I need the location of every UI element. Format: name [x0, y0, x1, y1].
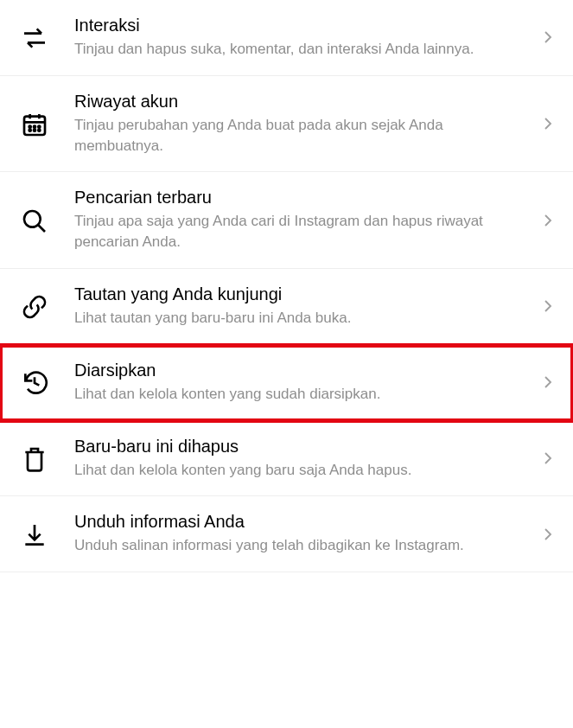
item-title: Interaksi [74, 16, 530, 35]
text-block: Riwayat akun Tinjau perubahan yang Anda … [74, 92, 530, 156]
history-icon [17, 367, 52, 397]
svg-point-4 [29, 130, 31, 131]
chevron-right-icon [540, 29, 556, 45]
chevron-right-icon [540, 450, 556, 466]
svg-point-2 [34, 126, 35, 128]
svg-point-5 [34, 130, 35, 131]
item-subtitle: Unduh salinan informasi yang telah dibag… [74, 535, 530, 556]
svg-point-6 [38, 130, 40, 131]
svg-point-7 [24, 211, 41, 227]
text-block: Interaksi Tinjau dan hapus suka, komenta… [74, 16, 530, 60]
chevron-right-icon [540, 527, 556, 542]
item-title: Diarsipkan [74, 361, 530, 380]
search-icon [17, 206, 52, 235]
arrows-swap-icon [17, 22, 52, 52]
list-item-riwayat-akun[interactable]: Riwayat akun Tinjau perubahan yang Anda … [0, 76, 573, 173]
text-block: Baru-baru ini dihapus Lihat dan kelola k… [74, 437, 530, 481]
settings-list: Interaksi Tinjau dan hapus suka, komenta… [0, 0, 573, 572]
item-title: Tautan yang Anda kunjungi [74, 284, 530, 304]
item-subtitle: Tinjau apa saja yang Anda cari di Instag… [74, 211, 530, 252]
chevron-right-icon [540, 116, 556, 131]
svg-point-3 [38, 126, 40, 128]
list-item-diarsipkan[interactable]: Diarsipkan Lihat dan kelola konten yang … [0, 345, 573, 421]
list-item-pencarian-terbaru[interactable]: Pencarian terbaru Tinjau apa saja yang A… [0, 172, 573, 269]
item-subtitle: Lihat dan kelola konten yang sudah diars… [74, 384, 530, 405]
text-block: Tautan yang Anda kunjungi Lihat tautan y… [74, 284, 530, 329]
download-icon [17, 520, 52, 549]
chevron-right-icon [540, 374, 556, 390]
svg-point-1 [29, 126, 31, 128]
item-title: Riwayat akun [74, 92, 530, 112]
item-title: Baru-baru ini dihapus [74, 437, 530, 457]
text-block: Pencarian terbaru Tinjau apa saja yang A… [74, 188, 530, 252]
text-block: Unduh informasi Anda Unduh salinan infor… [74, 512, 530, 556]
chevron-right-icon [540, 213, 556, 228]
list-item-tautan[interactable]: Tautan yang Anda kunjungi Lihat tautan y… [0, 269, 573, 345]
item-subtitle: Lihat tautan yang baru-baru ini Anda buk… [74, 308, 530, 329]
item-title: Pencarian terbaru [74, 188, 530, 208]
chevron-right-icon [540, 298, 556, 314]
calendar-icon [17, 109, 52, 138]
list-item-unduh[interactable]: Unduh informasi Anda Unduh salinan infor… [0, 496, 573, 572]
item-subtitle: Tinjau dan hapus suka, komentar, dan int… [74, 39, 530, 60]
list-item-interaksi[interactable]: Interaksi Tinjau dan hapus suka, komenta… [0, 0, 573, 76]
list-item-dihapus[interactable]: Baru-baru ini dihapus Lihat dan kelola k… [0, 421, 573, 497]
item-subtitle: Tinjau perubahan yang Anda buat pada aku… [74, 115, 530, 156]
item-subtitle: Lihat dan kelola konten yang baru saja A… [74, 460, 530, 481]
text-block: Diarsipkan Lihat dan kelola konten yang … [74, 361, 530, 405]
trash-icon [17, 444, 52, 473]
item-title: Unduh informasi Anda [74, 512, 530, 532]
link-icon [17, 291, 52, 321]
